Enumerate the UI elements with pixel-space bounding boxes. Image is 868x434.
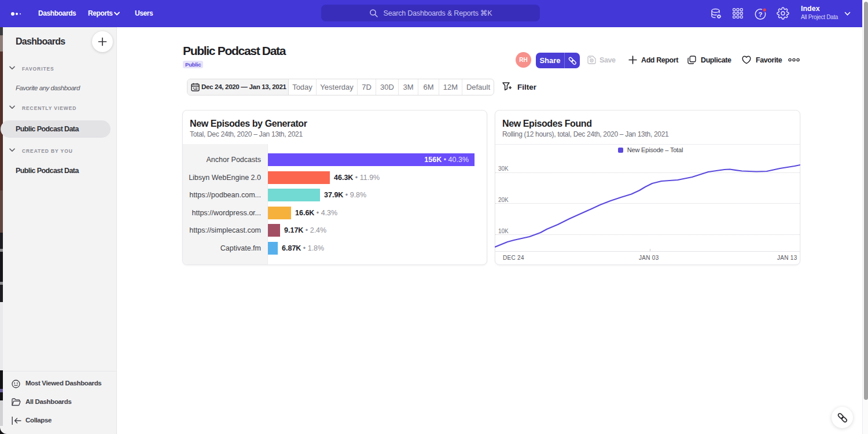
- svg-text:?: ?: [758, 11, 762, 18]
